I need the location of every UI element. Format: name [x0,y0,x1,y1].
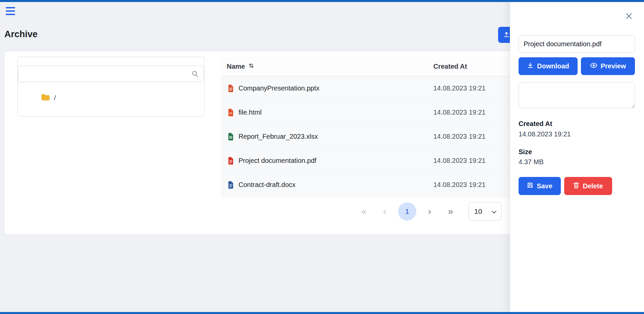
paginator: « ‹ 1 › » 10 [357,202,501,221]
top-accent-bar [0,0,644,2]
tree-search-input[interactable] [18,66,204,82]
file-created-at: 14.08.2023 19:21 [433,84,486,92]
trash-icon [573,182,579,190]
file-name-cell: Project documentation.pdf [221,157,433,165]
page-size-select[interactable]: 10 [469,202,501,221]
file-name: Report_Februar_2023.xlsx [238,133,318,140]
sort-icon [248,63,254,70]
upload-icon [503,31,510,39]
file-created-at: 14.08.2023 19:21 [433,157,486,165]
file-details-drawer: Download Preview Created At 14.08.2023 1… [510,0,644,314]
column-header-created-at[interactable]: Created At [433,63,467,70]
delete-label: Delete [583,182,603,190]
folder-icon [41,94,50,102]
tree-item-label: / [54,94,56,102]
file-name: CompanyPresentation.pptx [238,84,319,92]
pptx-file-icon [227,84,234,92]
menu-icon[interactable] [6,7,15,15]
file-created-at: 14.08.2023 19:21 [433,133,486,140]
file-name-cell: CompanyPresentation.pptx [221,84,433,92]
comment-textarea[interactable] [519,82,635,108]
download-icon [527,62,534,70]
page-size-value: 10 [474,207,482,215]
docx-file-icon [227,181,234,189]
page-title: Archive [4,29,38,40]
filename-input[interactable] [519,35,635,53]
delete-button[interactable]: Delete [564,177,612,195]
preview-label: Preview [601,62,626,70]
download-button[interactable]: Download [519,57,578,75]
first-page-button[interactable]: « [357,204,371,219]
column-header-name[interactable]: Name [221,63,433,70]
file-name: file.html [238,109,262,116]
close-icon[interactable] [625,12,633,21]
html-file-icon [227,109,234,117]
save-label: Save [537,182,552,190]
size-value: 4.37 MB [519,158,543,166]
current-page-button[interactable]: 1 [398,202,416,221]
size-label: Size [519,148,532,156]
file-name: Project documentation.pdf [238,157,316,165]
file-name-cell: file.html [221,109,433,117]
xlsx-file-icon [227,133,234,141]
last-page-button[interactable]: » [443,204,458,219]
pdf-file-icon [227,157,234,165]
download-label: Download [537,62,569,70]
app-root: Archive [0,0,644,314]
file-name-cell: Contract-draft.docx [221,181,433,189]
file-name-cell: Report_Februar_2023.xlsx [221,133,433,141]
save-button[interactable]: Save [519,177,561,195]
created-at-label: Created At [519,120,552,128]
eye-icon [590,62,597,70]
bottom-accent-bar [0,312,644,314]
previous-page-button[interactable]: ‹ [377,204,392,219]
save-icon [527,182,533,190]
preview-button[interactable]: Preview [581,57,635,75]
column-header-name-label: Name [227,63,245,70]
next-page-button[interactable]: › [422,204,437,219]
tree-item-root[interactable]: / [41,94,56,102]
created-at-value: 14.08.2023 19:21 [519,130,571,138]
file-created-at: 14.08.2023 19:21 [433,181,486,189]
file-name: Contract-draft.docx [238,181,296,189]
chevron-down-icon [491,207,497,215]
file-created-at: 14.08.2023 19:21 [433,109,486,116]
folder-tree-panel: / [17,57,205,117]
